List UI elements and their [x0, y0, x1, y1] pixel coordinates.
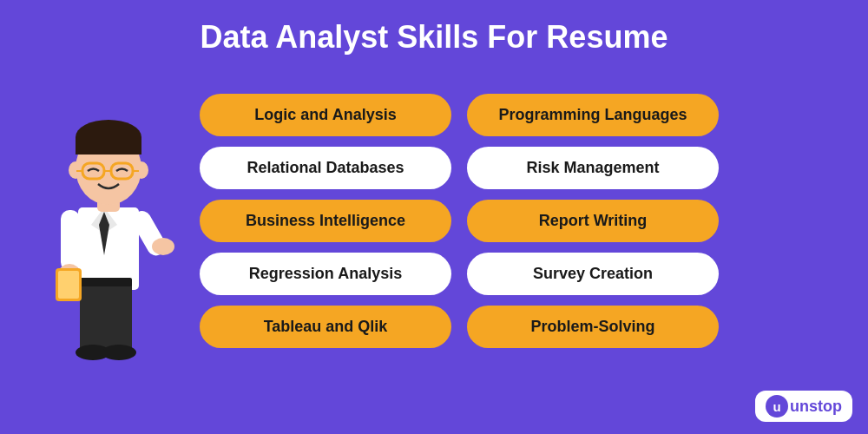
- skill-pill-logic-analysis: Logic and Analysis: [200, 94, 451, 136]
- skill-pill-risk-management: Risk Management: [467, 147, 719, 189]
- skill-pill-survey-creation: Survey Creation: [467, 253, 719, 295]
- svg-rect-7: [80, 278, 132, 286]
- skills-column-right: Programming LanguagesRisk ManagementRepo…: [467, 94, 719, 348]
- unstop-text: unstop: [790, 398, 842, 416]
- skill-pill-programming-languages: Programming Languages: [467, 94, 719, 136]
- svg-rect-8: [61, 210, 80, 271]
- skill-pill-regression-analysis: Regression Analysis: [200, 253, 451, 295]
- svg-rect-4: [106, 281, 132, 351]
- skill-pill-business-intelligence: Business Intelligence: [200, 200, 451, 242]
- skill-pill-tableau-qlik: Tableau and Qlik: [200, 306, 451, 348]
- skill-pill-relational-databases: Relational Databases: [200, 147, 451, 189]
- svg-rect-17: [76, 137, 141, 155]
- unstop-logo: u unstop: [755, 391, 852, 422]
- unstop-u-icon: u: [766, 395, 788, 418]
- skill-pill-report-writing: Report Writing: [467, 200, 719, 242]
- skill-pill-problem-solving: Problem-Solving: [467, 306, 719, 348]
- svg-rect-11: [58, 271, 79, 299]
- page-title: Data Analyst Skills For Resume: [0, 0, 868, 64]
- skills-grid: Logic and AnalysisRelational DatabasesBu…: [200, 94, 719, 348]
- svg-point-6: [102, 345, 136, 360]
- character-illustration: [17, 73, 191, 368]
- svg-point-13: [152, 238, 174, 255]
- skills-column-left: Logic and AnalysisRelational DatabasesBu…: [200, 94, 451, 348]
- svg-rect-3: [80, 281, 106, 351]
